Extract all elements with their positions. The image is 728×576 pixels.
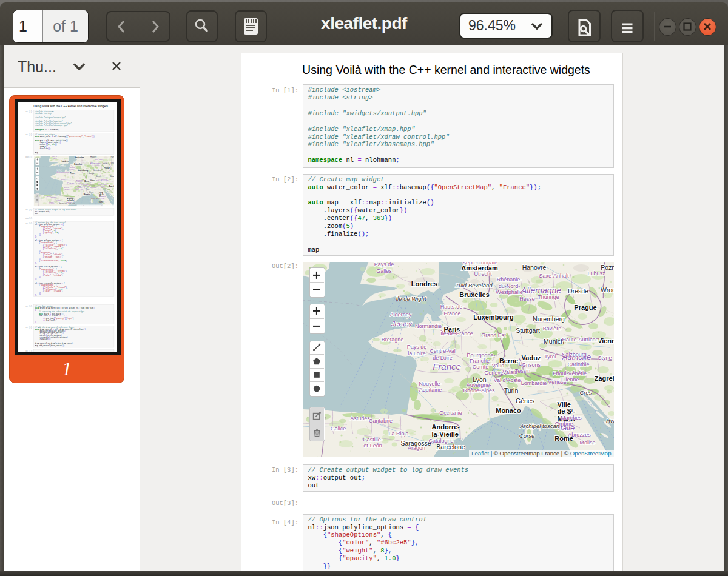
svg-text:Castille-: Castille-	[363, 436, 383, 442]
svg-text:Abruzzes: Abruzzes	[568, 432, 591, 438]
svg-text:Cantabrie: Cantabrie	[368, 418, 392, 424]
svg-text:Barcelone: Barcelone	[68, 203, 76, 205]
svg-text:Saxe-Anhalt: Saxe-Anhalt	[539, 273, 569, 279]
svg-text:Vienne: Vienne	[110, 175, 114, 178]
svg-text:Hesse: Hesse	[90, 165, 94, 166]
svg-text:Bruxelles: Bruxelles	[459, 291, 490, 298]
svg-text:Bavière: Bavière	[542, 325, 561, 331]
svg-text:de Loire: de Loire	[433, 354, 453, 360]
svg-text:Zagreb: Zagreb	[594, 375, 613, 382]
svg-text:Zagreb: Zagreb	[109, 185, 114, 187]
svg-text:Munich: Munich	[544, 337, 564, 344]
svg-text:Stuttgart: Stuttgart	[89, 172, 95, 175]
svg-text:Turin: Turin	[86, 188, 90, 190]
svg-text:Luxembourg: Luxembourg	[473, 313, 514, 320]
svg-text:et-León: et-León	[363, 443, 382, 449]
svg-text:Carinthie: Carinthie	[102, 181, 108, 183]
svg-text:Zuid-Beveland: Zuid-Beveland	[72, 161, 83, 163]
svg-text:du-Nord-: du-Nord-	[498, 283, 520, 289]
svg-text:Gênes: Gênes	[89, 190, 94, 193]
svg-text:Corse: Corse	[519, 432, 534, 438]
svg-text:Zuid-Beveland: Zuid-Beveland	[454, 282, 493, 289]
svg-text:Aragon: Aragon	[407, 444, 425, 450]
svg-text:Cres: Cres	[579, 389, 592, 396]
svg-text:Normandie: Normandie	[62, 172, 70, 173]
svg-text:Lubusz: Lubusz	[107, 158, 112, 159]
svg-text:Bretagne: Bretagne	[381, 337, 403, 343]
svg-text:Hanovre: Hanovre	[90, 156, 97, 158]
svg-text:du-Nord-: du-Nord-	[84, 161, 90, 162]
svg-text:Lubusz: Lubusz	[587, 270, 605, 276]
svg-text:de St-: de St-	[557, 407, 575, 415]
svg-text:Haute-Autriche: Haute-Autriche	[562, 337, 598, 343]
svg-text:Rhénanie-: Rhénanie-	[496, 276, 522, 283]
svg-text:Île de Wight: Île de Wight	[396, 295, 426, 301]
svg-text:Luxembourg: Luxembourg	[78, 169, 88, 172]
svg-text:Grand Est: Grand Est	[481, 332, 506, 338]
svg-text:Abruzzes: Abruzzes	[103, 200, 109, 201]
svg-text:Saxe-Anhalt: Saxe-Anhalt	[95, 159, 103, 160]
svg-text:Galles: Galles	[53, 158, 57, 159]
svg-text:Lombardie: Lombardie	[521, 380, 547, 386]
svg-text:et-León: et-León	[49, 203, 55, 204]
svg-text:Styrie: Styrie	[110, 180, 114, 181]
svg-text:Aquitaine: Aquitaine	[419, 387, 442, 393]
svg-text:Galles: Galles	[376, 267, 392, 273]
svg-text:Tessin: Tessin	[89, 183, 93, 184]
svg-text:Barcelone: Barcelone	[436, 443, 465, 450]
svg-text:Lombardie: Lombardie	[90, 187, 97, 188]
svg-text:Wroclaw: Wroclaw	[600, 286, 613, 293]
svg-text:Thuringe: Thuringe	[538, 294, 559, 300]
svg-text:France: France	[443, 310, 460, 316]
svg-text:la-Vieille: la-Vieille	[431, 430, 458, 438]
svg-text:Frioul-Vénétie: Frioul-Vénétie	[552, 370, 586, 376]
svg-text:Hanovre: Hanovre	[522, 263, 546, 270]
svg-text:Bretagne: Bretagne	[54, 175, 60, 176]
svg-text:Genève: Genève	[484, 369, 504, 375]
svg-text:Salzbourg: Salzbourg	[562, 351, 587, 357]
svg-text:Ville: Ville	[557, 400, 570, 407]
svg-text:julienne: julienne	[99, 186, 106, 187]
svg-text:Hvar: Hvar	[605, 417, 613, 424]
svg-text:Carinthie: Carinthie	[567, 361, 589, 367]
svg-text:Bourgogne-: Bourgogne-	[467, 352, 495, 358]
svg-text:Île-de-France: Île-de-France	[440, 330, 473, 337]
svg-text:Cantabrie: Cantabrie	[51, 196, 58, 198]
svg-text:Pays de: Pays de	[61, 177, 66, 178]
svg-text:Île de Wight: Île de Wight	[58, 165, 66, 167]
svg-text:Val d'Aoste: Val d'Aoste	[83, 186, 90, 187]
svg-text:Aquitaine: Aquitaine	[64, 188, 70, 189]
svg-text:Castille-: Castille-	[49, 201, 55, 203]
svg-text:Archipel toscan: Archipel toscan	[89, 198, 100, 199]
svg-text:Hauts-de-: Hauts-de-	[440, 304, 464, 310]
svg-text:Hauts-de-: Hauts-de-	[69, 167, 75, 168]
svg-text:Galice: Galice	[330, 426, 346, 432]
svg-text:Andorre-: Andorre-	[431, 423, 460, 430]
svg-text:Auvergne-: Auvergne-	[466, 381, 491, 387]
svg-text:Monaco: Monaco	[496, 407, 521, 414]
svg-text:Prague: Prague	[574, 304, 596, 311]
svg-text:Catalogne: Catalogne	[428, 438, 453, 444]
svg-text:Stuttgart: Stuttgart	[516, 326, 540, 333]
svg-text:Utrecht: Utrecht	[474, 271, 492, 277]
svg-text:Marches: Marches	[561, 415, 582, 421]
svg-text:Rhône-Alpes: Rhône-Alpes	[75, 189, 84, 190]
svg-text:Turin: Turin	[504, 387, 518, 394]
svg-text:Nouvelle-: Nouvelle-	[419, 381, 442, 387]
svg-text:La Rioja: La Rioja	[388, 430, 408, 437]
svg-text:Grand Est: Grand Est	[80, 174, 87, 175]
svg-text:Gênes: Gênes	[516, 397, 534, 404]
svg-text:Molise: Molise	[579, 440, 595, 446]
svg-text:Centre-Val: Centre-Val	[430, 348, 455, 354]
svg-text:Rhône-Alpes: Rhône-Alpes	[463, 387, 495, 393]
svg-text:France: France	[67, 181, 75, 184]
svg-text:julienne: julienne	[559, 376, 579, 382]
svg-text:Vaud: Vaud	[83, 182, 86, 183]
svg-text:Bavière: Bavière	[96, 172, 101, 173]
svg-text:Monaco: Monaco	[84, 193, 90, 196]
svg-text:Franche-: Franche-	[469, 358, 491, 364]
svg-text:Grisons: Grisons	[521, 362, 541, 368]
svg-text:Vaud: Vaud	[491, 363, 504, 369]
svg-text:Utrecht: Utrecht	[78, 158, 83, 159]
svg-text:Nuremberg: Nuremberg	[93, 169, 102, 172]
